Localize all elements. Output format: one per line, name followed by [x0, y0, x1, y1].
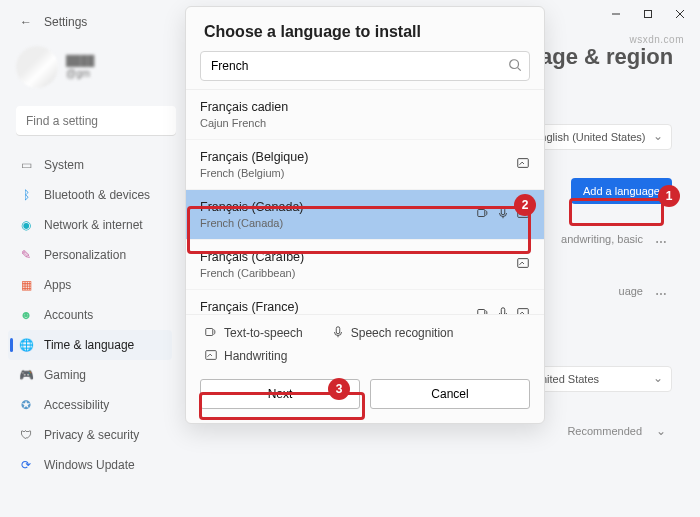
language-secondary: French (Canada) — [200, 217, 304, 229]
feature-row: Text-to-speech Speech recognition — [186, 315, 544, 344]
chevron-down-icon[interactable]: ⌄ — [650, 424, 672, 438]
tts-icon — [476, 306, 490, 315]
svg-point-4 — [510, 60, 519, 69]
svg-rect-16 — [336, 327, 340, 334]
handwriting-feature: Handwriting — [204, 348, 287, 363]
minimize-button[interactable] — [600, 2, 632, 26]
close-button[interactable] — [664, 2, 696, 26]
svg-rect-12 — [501, 308, 505, 315]
sidebar-item-system[interactable]: ▭System — [8, 150, 172, 180]
back-row[interactable]: ← Settings — [8, 8, 172, 36]
settings-label: Settings — [44, 15, 87, 29]
sidebar-item-personalization[interactable]: ✎Personalization — [8, 240, 172, 270]
language-option[interactable]: Français (France)French (France) — [186, 290, 544, 315]
sidebar: ← Settings ████@gm ▭System ᛒBluetooth & … — [0, 0, 180, 517]
maximize-button[interactable] — [632, 2, 664, 26]
language-primary: Français (Belgique) — [200, 150, 308, 164]
sidebar-item-update[interactable]: ⟳Windows Update — [8, 450, 172, 480]
language-primary: Français cadien — [200, 100, 288, 114]
gamepad-icon: 🎮 — [18, 367, 34, 383]
tts-icon — [476, 206, 490, 223]
feature-row-2: Handwriting — [186, 344, 544, 373]
avatar — [16, 46, 58, 88]
sidebar-item-network[interactable]: ◉Network & internet — [8, 210, 172, 240]
next-button[interactable]: Next — [200, 379, 360, 409]
more-icon[interactable]: … — [651, 232, 672, 246]
install-language-dialog: Choose a language to install Français ca… — [185, 6, 545, 424]
account-header[interactable]: ████@gm — [8, 36, 172, 98]
globe-clock-icon: 🌐 — [18, 337, 34, 353]
language-primary: Français (Canada) — [200, 200, 304, 214]
language-option[interactable]: Français (Belgique)French (Belgium) — [186, 140, 544, 190]
person-icon: ☻ — [18, 307, 34, 323]
language-secondary: French (Caribbean) — [200, 267, 304, 279]
cancel-button[interactable]: Cancel — [370, 379, 530, 409]
language-option[interactable]: Français cadienCajun French — [186, 90, 544, 140]
account-text: ████@gm — [66, 54, 94, 80]
language-option[interactable]: Français (Canada)French (Canada) — [186, 190, 544, 240]
search-icon — [508, 58, 522, 75]
more-icon[interactable]: … — [651, 284, 672, 298]
shield-icon: 🛡 — [18, 427, 34, 443]
sidebar-item-bluetooth[interactable]: ᛒBluetooth & devices — [8, 180, 172, 210]
update-icon: ⟳ — [18, 457, 34, 473]
sidebar-item-privacy[interactable]: 🛡Privacy & security — [8, 420, 172, 450]
wifi-icon: ◉ — [18, 217, 34, 233]
search-input[interactable] — [16, 106, 176, 136]
svg-line-5 — [518, 68, 521, 71]
watermark: wsxdn.com — [629, 34, 684, 45]
dialog-buttons: Next Cancel — [186, 373, 544, 423]
language-secondary: Cajun French — [200, 117, 288, 129]
language-primary: Français (Caraïbe) — [200, 250, 304, 264]
system-icon: ▭ — [18, 157, 34, 173]
sidebar-item-accounts[interactable]: ☻Accounts — [8, 300, 172, 330]
nav-list: ▭System ᛒBluetooth & devices ◉Network & … — [8, 150, 172, 480]
handwriting-icon — [516, 256, 530, 273]
apps-icon: ▦ — [18, 277, 34, 293]
language-list[interactable]: Français cadienCajun FrenchFrançais (Bel… — [186, 89, 544, 315]
speech-feature: Speech recognition — [331, 325, 454, 340]
sidebar-item-time-language[interactable]: 🌐Time & language — [8, 330, 172, 360]
svg-rect-8 — [501, 208, 505, 215]
handwriting-icon — [516, 206, 530, 223]
back-arrow-icon: ← — [18, 14, 34, 30]
svg-rect-1 — [645, 11, 652, 18]
mic-icon — [496, 206, 510, 223]
brush-icon: ✎ — [18, 247, 34, 263]
language-features-text: andwriting, basic — [561, 233, 643, 245]
language-primary: Français (France) — [200, 300, 299, 314]
page-title: age & region — [540, 44, 676, 70]
sidebar-item-gaming[interactable]: 🎮Gaming — [8, 360, 172, 390]
dialog-title: Choose a language to install — [186, 7, 544, 51]
sidebar-item-accessibility[interactable]: ✪Accessibility — [8, 390, 172, 420]
mic-icon — [496, 306, 510, 315]
typing-text: uage — [619, 285, 643, 297]
svg-rect-7 — [478, 210, 485, 217]
handwriting-icon — [516, 306, 530, 315]
handwriting-icon — [516, 156, 530, 173]
accessibility-icon: ✪ — [18, 397, 34, 413]
language-option[interactable]: Français (Caraïbe)French (Caribbean) — [186, 240, 544, 290]
language-secondary: French (Belgium) — [200, 167, 308, 179]
add-language-button[interactable]: Add a language — [571, 178, 672, 204]
sidebar-item-apps[interactable]: ▦Apps — [8, 270, 172, 300]
tts-feature: Text-to-speech — [204, 325, 303, 340]
svg-rect-15 — [206, 329, 213, 336]
language-search-input[interactable] — [200, 51, 530, 81]
bluetooth-icon: ᛒ — [18, 187, 34, 203]
recommended-text: Recommended — [567, 425, 642, 437]
